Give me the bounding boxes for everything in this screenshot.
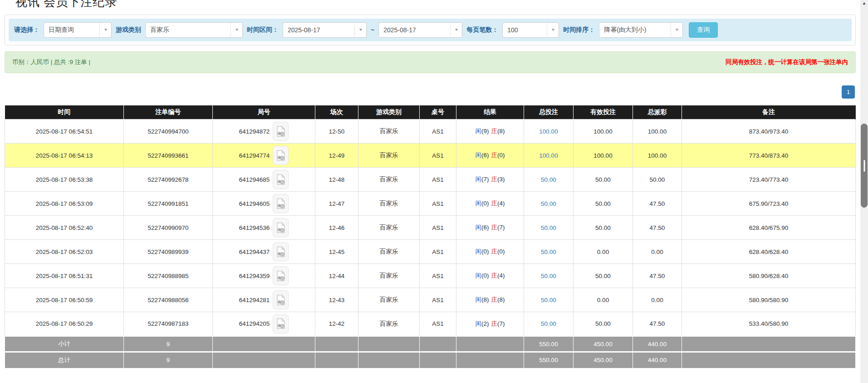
banker-result-score: (4) bbox=[497, 200, 505, 207]
time-sort-label: 时间排序： bbox=[563, 26, 595, 34]
vertical-scrollbar[interactable]: ▲ bbox=[860, 0, 868, 383]
cell-payout: 0.00 bbox=[633, 288, 682, 312]
column-header-result: 结果 bbox=[456, 105, 524, 119]
query-type-select[interactable]: 日期查询 ▼ bbox=[44, 22, 112, 38]
total-bet-link[interactable]: 100.00 bbox=[539, 128, 558, 135]
cell-table: AS1 bbox=[420, 288, 456, 312]
query-type-label: 请选择： bbox=[14, 26, 39, 34]
cell-round: 641294872 bbox=[213, 119, 315, 144]
cell-valid-bet: 50.00 bbox=[574, 216, 633, 240]
player-result-score: (6) bbox=[481, 152, 489, 159]
page-title: 视讯 会员下注纪录 bbox=[15, 0, 856, 9]
cell-note: 580.90/628.40 bbox=[682, 264, 856, 288]
search-button[interactable]: 查询 bbox=[689, 22, 718, 38]
date-to-select[interactable]: 2025-08-17 ▼ bbox=[378, 22, 462, 38]
cell-valid-bet: 50.00 bbox=[574, 192, 633, 216]
video-replay-icon[interactable] bbox=[273, 266, 289, 285]
cell-total-bet: 100.00 bbox=[524, 119, 574, 144]
cell-table: AS1 bbox=[420, 144, 456, 168]
cell-time: 2025-08-17 06:54:13 bbox=[5, 144, 124, 168]
cell-valid-bet: 50.00 bbox=[574, 312, 633, 336]
player-result-label: 闲 bbox=[476, 128, 482, 134]
cell-payout: 47.50 bbox=[633, 264, 682, 288]
cell-total-bet: 50.00 bbox=[524, 288, 574, 312]
cell-total-bet: 50.00 bbox=[524, 312, 574, 336]
banker-result-label: 庄 bbox=[491, 176, 498, 183]
cell-payout: 0.00 bbox=[633, 240, 682, 264]
cell-table: AS1 bbox=[420, 240, 456, 264]
query-type-value: 日期查询 bbox=[44, 26, 78, 34]
cell-time: 2025-08-17 06:52:40 bbox=[5, 216, 124, 240]
time-sort-value: 降幂(由大到小) bbox=[599, 26, 651, 34]
chevron-down-icon[interactable]: ▼ bbox=[230, 23, 242, 37]
grand-total-payout: 440.00 bbox=[633, 352, 682, 368]
per-page-select[interactable]: 100 ▼ bbox=[502, 22, 559, 38]
cell-total-bet: 100.00 bbox=[524, 144, 574, 168]
total-bet-link[interactable]: 50.00 bbox=[541, 176, 556, 183]
cell-result: 闲(9)庄(8) bbox=[456, 119, 524, 144]
player-result-label: 闲 bbox=[476, 320, 482, 327]
total-bet-link[interactable]: 50.00 bbox=[541, 224, 556, 231]
cell-result: 闲(6)庄(0) bbox=[456, 144, 524, 168]
total-bet-link[interactable]: 50.00 bbox=[541, 320, 556, 327]
scrollbar-thumb[interactable] bbox=[861, 124, 868, 208]
cell-game: 百家乐 bbox=[358, 144, 420, 168]
video-replay-icon[interactable] bbox=[273, 242, 289, 261]
banker-result-score: (0) bbox=[497, 248, 505, 255]
video-replay-icon[interactable] bbox=[273, 122, 289, 141]
game-category-select[interactable]: 百家乐 ▼ bbox=[145, 22, 243, 38]
cell-note: 723.40/773.40 bbox=[682, 168, 856, 192]
video-replay-icon[interactable] bbox=[273, 314, 289, 333]
player-result-score: (9) bbox=[481, 128, 489, 134]
chevron-down-icon[interactable]: ▼ bbox=[450, 23, 462, 37]
round-number: 641294872 bbox=[239, 128, 270, 135]
column-header-bet-id: 注单编号 bbox=[124, 105, 213, 119]
subtotal-payout: 440.00 bbox=[633, 336, 682, 352]
table-row: 2025-08-17 06:54:13 522740993661 6412947… bbox=[5, 144, 856, 168]
cell-result: 闲(0)庄(0) bbox=[456, 240, 524, 264]
chevron-down-icon[interactable]: ▼ bbox=[354, 23, 366, 37]
per-page-value: 100 bbox=[503, 26, 522, 34]
video-replay-icon[interactable] bbox=[273, 170, 289, 189]
total-bet-link[interactable]: 50.00 bbox=[541, 297, 556, 303]
chevron-down-icon[interactable]: ▼ bbox=[547, 23, 559, 37]
cell-table: AS1 bbox=[420, 192, 456, 216]
total-bet-link[interactable]: 50.00 bbox=[541, 273, 556, 279]
total-bet-link[interactable]: 50.00 bbox=[541, 249, 556, 255]
video-replay-icon[interactable] bbox=[273, 218, 289, 237]
total-bet-link[interactable]: 100.00 bbox=[539, 152, 558, 159]
time-sort-select[interactable]: 降幂(由大到小) ▼ bbox=[599, 22, 683, 38]
banker-result-score: (4) bbox=[497, 272, 505, 279]
date-from-select[interactable]: 2025-08-17 ▼ bbox=[283, 22, 367, 38]
player-result-label: 闲 bbox=[476, 176, 482, 183]
subtotal-count: 9 bbox=[124, 336, 213, 352]
filter-bar: 请选择： 日期查询 ▼ 游戏类别 百家乐 ▼ 时间区间： 2025-08-17 … bbox=[9, 19, 852, 41]
page-1-button[interactable]: 1 bbox=[842, 85, 855, 99]
cell-session: 12-47 bbox=[315, 192, 358, 216]
video-replay-icon[interactable] bbox=[273, 194, 289, 213]
table-row: 2025-08-17 06:53:38 522740992678 6412946… bbox=[5, 168, 856, 192]
banker-result-label: 庄 bbox=[491, 152, 498, 159]
table-row: 2025-08-17 06:52:03 522740989939 6412944… bbox=[5, 240, 856, 264]
chevron-down-icon[interactable]: ▼ bbox=[671, 23, 682, 37]
cell-bet-id: 522740988985 bbox=[124, 264, 213, 288]
cell-game: 百家乐 bbox=[358, 192, 420, 216]
cell-bet-id: 522740993661 bbox=[124, 144, 213, 168]
scroll-up-icon[interactable]: ▲ bbox=[860, 1, 868, 5]
cell-game: 百家乐 bbox=[358, 216, 420, 240]
cell-round: 641294605 bbox=[213, 192, 315, 216]
table-header-row: 时间 注单编号 局号 场次 游戏类别 桌号 结果 总投注 有效投注 总派彩 备注 bbox=[5, 105, 856, 119]
cell-bet-id: 522740994700 bbox=[124, 119, 213, 144]
table-row: 2025-08-17 06:50:59 522740988056 6412942… bbox=[5, 288, 856, 312]
time-range-label: 时间区间： bbox=[247, 26, 279, 34]
round-number: 641294774 bbox=[239, 152, 270, 159]
round-number: 641294205 bbox=[239, 320, 270, 327]
cell-time: 2025-08-17 06:50:29 bbox=[5, 312, 124, 336]
video-replay-icon[interactable] bbox=[273, 146, 289, 165]
video-replay-icon[interactable] bbox=[273, 290, 289, 309]
chevron-down-icon[interactable]: ▼ bbox=[99, 23, 111, 37]
round-number: 641294359 bbox=[239, 273, 270, 279]
round-number: 641294685 bbox=[239, 176, 270, 183]
total-bet-link[interactable]: 50.00 bbox=[541, 200, 556, 207]
cell-time: 2025-08-17 06:53:09 bbox=[5, 192, 124, 216]
